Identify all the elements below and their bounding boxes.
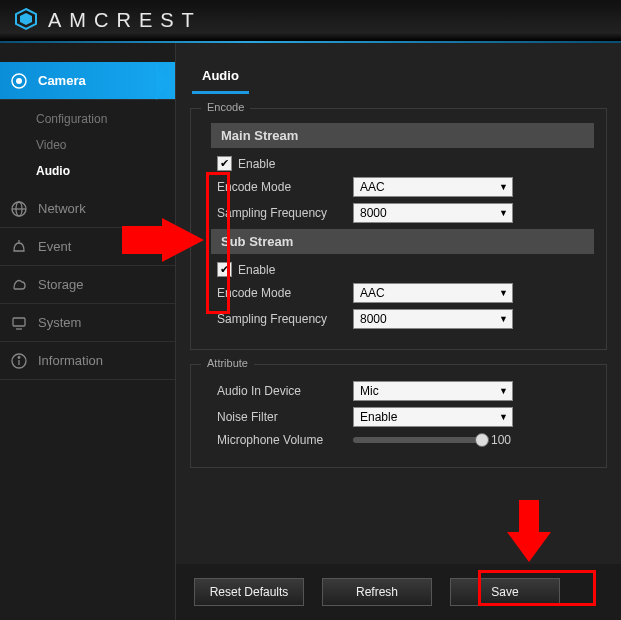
sidebar-item-label: Camera <box>38 73 86 88</box>
save-button[interactable]: Save <box>450 578 560 606</box>
sidebar-item-system[interactable]: System <box>0 304 175 342</box>
label-sub-sampling: Sampling Frequency <box>217 312 347 326</box>
network-icon <box>10 200 28 218</box>
section-main-stream: Main Stream <box>211 123 594 148</box>
select-sub-encode-mode[interactable]: AAC ▼ <box>353 283 513 303</box>
label-main-enable: Enable <box>238 157 275 171</box>
sidebar-item-label: Network <box>38 201 86 216</box>
select-noise-filter[interactable]: Enable ▼ <box>353 407 513 427</box>
button-bar: Reset Defaults Refresh Save <box>176 564 621 620</box>
sidebar-item-label: Information <box>38 353 103 368</box>
select-value: 8000 <box>360 312 387 326</box>
information-icon <box>10 352 28 370</box>
brand-name: AMCREST <box>48 9 202 32</box>
sidebar-subitem-video[interactable]: Video <box>0 132 175 158</box>
label-main-encode-mode: Encode Mode <box>217 180 347 194</box>
select-main-sampling[interactable]: 8000 ▼ <box>353 203 513 223</box>
select-value: AAC <box>360 180 385 194</box>
reset-defaults-button[interactable]: Reset Defaults <box>194 578 304 606</box>
select-value: Mic <box>360 384 379 398</box>
tab-audio[interactable]: Audio <box>192 62 249 94</box>
chevron-down-icon: ▼ <box>499 208 508 218</box>
panel-encode: Encode Main Stream ✔ Enable Encode Mode … <box>190 108 607 350</box>
slider-mic-volume-value: 100 <box>491 433 511 447</box>
select-value: 8000 <box>360 206 387 220</box>
header: AMCREST <box>0 0 621 42</box>
slider-thumb[interactable] <box>475 433 489 447</box>
chevron-down-icon: ▼ <box>499 412 508 422</box>
chevron-down-icon: ▼ <box>499 314 508 324</box>
select-sub-sampling[interactable]: 8000 ▼ <box>353 309 513 329</box>
brand-logo-icon <box>14 7 38 35</box>
sidebar-item-storage[interactable]: Storage <box>0 266 175 304</box>
label-mic-volume: Microphone Volume <box>217 433 347 447</box>
sidebar-item-label: Event <box>38 239 71 254</box>
svg-marker-1 <box>20 13 32 25</box>
panel-attribute-legend: Attribute <box>201 357 254 369</box>
tabs: Audio <box>176 42 621 94</box>
sidebar-item-camera[interactable]: Camera <box>0 62 175 100</box>
storage-icon <box>10 276 28 294</box>
section-sub-stream: Sub Stream <box>211 229 594 254</box>
sidebar-subitem-audio[interactable]: Audio <box>0 158 175 184</box>
svg-point-12 <box>18 356 20 358</box>
sidebar-subitem-configuration[interactable]: Configuration <box>0 106 175 132</box>
select-main-encode-mode[interactable]: AAC ▼ <box>353 177 513 197</box>
refresh-button[interactable]: Refresh <box>322 578 432 606</box>
panel-encode-legend: Encode <box>201 101 250 113</box>
chevron-down-icon: ▼ <box>499 386 508 396</box>
label-sub-enable: Enable <box>238 263 275 277</box>
event-icon <box>10 238 28 256</box>
sidebar-item-information[interactable]: Information <box>0 342 175 380</box>
system-icon <box>10 314 28 332</box>
camera-icon <box>10 72 28 90</box>
label-sub-encode-mode: Encode Mode <box>217 286 347 300</box>
svg-point-3 <box>16 78 22 84</box>
sidebar-item-label: Storage <box>38 277 84 292</box>
chevron-down-icon: ▼ <box>499 182 508 192</box>
sidebar-item-network[interactable]: Network <box>0 190 175 228</box>
content: Audio Encode Main Stream ✔ Enable Encode… <box>176 42 621 620</box>
sidebar-item-event[interactable]: Event <box>0 228 175 266</box>
sidebar-submenu-camera: Configuration Video Audio <box>0 100 175 190</box>
slider-mic-volume[interactable] <box>353 437 483 443</box>
checkbox-sub-enable[interactable]: ✔ <box>217 262 232 277</box>
label-noise-filter: Noise Filter <box>217 410 347 424</box>
checkbox-main-enable[interactable]: ✔ <box>217 156 232 171</box>
select-value: Enable <box>360 410 397 424</box>
label-main-sampling: Sampling Frequency <box>217 206 347 220</box>
panel-attribute: Attribute Audio In Device Mic ▼ Noise Fi… <box>190 364 607 468</box>
sidebar-item-label: System <box>38 315 81 330</box>
select-value: AAC <box>360 286 385 300</box>
select-audio-in-device[interactable]: Mic ▼ <box>353 381 513 401</box>
svg-rect-8 <box>13 318 25 326</box>
chevron-down-icon: ▼ <box>499 288 508 298</box>
label-audio-in-device: Audio In Device <box>217 384 347 398</box>
sidebar: Camera Configuration Video Audio Network… <box>0 42 176 620</box>
